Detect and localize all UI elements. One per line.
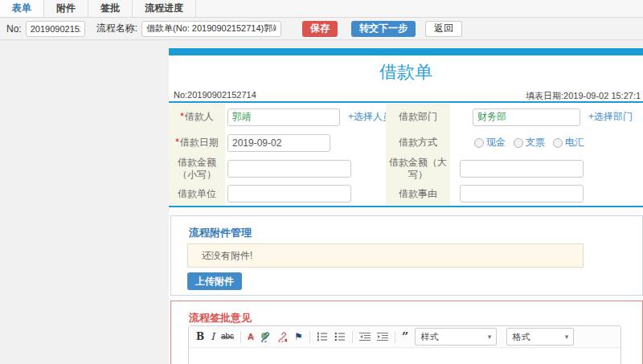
panel-top-accent-bar — [169, 48, 643, 55]
anchor-flag-icon[interactable]: ⚑ — [294, 332, 303, 342]
radio-label-cheque: 支票 — [526, 136, 545, 149]
tab-signoff[interactable]: 签批 — [88, 0, 133, 17]
amount-lower-label-cell: 借款金额（小写） — [169, 155, 225, 182]
select-department-link[interactable]: +选择部门 — [588, 110, 633, 124]
save-button[interactable]: 保存 — [302, 21, 338, 37]
divider-bottom — [169, 206, 643, 207]
unit-label-cell: 借款单位 — [169, 182, 225, 206]
loan-form-panel: 借款单 No:20190902152714 填表日期:2019-09-02 15… — [169, 48, 643, 364]
radio-icon[interactable] — [514, 138, 523, 148]
format-dropdown-label: 格式 — [512, 331, 530, 343]
approval-comments-section: 流程签批意见 B I abc A — [170, 301, 643, 364]
amount-lower-input[interactable] — [227, 160, 351, 178]
radio-icon[interactable] — [553, 138, 563, 148]
method-label-cell: 借款方式 — [386, 130, 450, 155]
radio-label-wire: 电汇 — [565, 136, 584, 149]
unit-field-cell — [225, 182, 386, 206]
tab-attachments[interactable]: 附件 — [44, 0, 88, 17]
method-label: 借款方式 — [399, 137, 437, 149]
format-dropdown[interactable]: 格式 ▾ — [506, 328, 574, 346]
bold-icon[interactable]: B — [196, 332, 204, 342]
borrower-label-cell: *借款人 — [169, 104, 225, 130]
form-number-text: No:20190902152714 — [174, 90, 256, 100]
link-icon[interactable] — [260, 332, 271, 342]
payment-method-radio-group: 现金 支票 电汇 — [474, 136, 584, 149]
tab-process-progress[interactable]: 流程进度 — [133, 0, 196, 17]
form-title: 借款单 — [169, 60, 643, 84]
radio-label-cash: 现金 — [486, 136, 506, 149]
borrow-date-field-cell — [225, 130, 386, 155]
department-field-cell: +选择部门 — [450, 104, 643, 130]
rich-text-editor: B I abc A ⚑ — [188, 325, 621, 364]
toolbar-separator — [395, 331, 395, 343]
borrow-date-label: 借款日期 — [180, 137, 219, 148]
divider-top — [169, 101, 643, 103]
radio-icon[interactable] — [474, 138, 484, 148]
attachments-title: 流程附件管理 — [189, 226, 252, 240]
no-input[interactable] — [26, 21, 85, 37]
styles-dropdown-label: 样式 — [420, 331, 438, 343]
radio-option-cheque[interactable]: 支票 — [514, 136, 545, 149]
indent-icon[interactable] — [377, 332, 388, 342]
unlink-icon[interactable] — [277, 332, 288, 342]
bulleted-list-icon[interactable] — [334, 332, 346, 342]
toolbar-separator — [352, 331, 353, 343]
loan-form-grid: *借款人 +选择人员 借款部门 +选择部门 *借款日期 借款方式 现金 — [169, 104, 643, 206]
borrower-label: 借款人 — [185, 111, 214, 122]
blockquote-icon[interactable]: ” — [402, 331, 409, 343]
radio-option-cash[interactable]: 现金 — [474, 136, 506, 149]
borrower-input[interactable] — [227, 108, 340, 126]
amount-upper-field-cell — [450, 155, 643, 182]
attachments-section: 流程附件管理 还没有附件! 上传附件 — [170, 215, 643, 296]
borrower-field-cell: +选择人员 — [225, 104, 386, 130]
radio-option-wire[interactable]: 电汇 — [553, 136, 584, 149]
tab-form[interactable]: 表单 — [0, 0, 44, 17]
no-label: No: — [6, 23, 22, 35]
tab-bar: 表单 附件 签批 流程进度 — [0, 0, 643, 18]
amount-upper-label: 借款金额（大写） — [389, 157, 447, 181]
borrow-date-input[interactable] — [227, 134, 330, 152]
toolbar-separator — [240, 331, 241, 343]
no-attachments-message: 还没有附件! — [187, 243, 584, 268]
chevron-down-icon: ▾ — [565, 333, 569, 341]
styles-dropdown[interactable]: 样式 ▾ — [415, 328, 497, 346]
remove-format-icon[interactable]: A — [248, 333, 254, 342]
reason-input[interactable] — [460, 185, 584, 202]
department-label-cell: 借款部门 — [386, 104, 450, 130]
amount-upper-label-cell: 借款金额（大写） — [386, 155, 450, 182]
reason-label-cell: 借款事由 — [386, 182, 450, 206]
unit-input[interactable] — [227, 185, 351, 202]
method-field-cell: 现金 支票 电汇 — [450, 130, 643, 155]
form-fill-date-text: 填表日期:2019-09-02 15:27:1 — [526, 90, 641, 102]
upload-attachment-button[interactable]: 上传附件 — [187, 272, 242, 290]
process-name-label: 流程名称: — [96, 22, 137, 35]
reason-label: 借款事由 — [399, 188, 437, 200]
amount-lower-label: 借款金额（小写） — [172, 157, 222, 181]
back-button[interactable]: 返回 — [425, 21, 462, 37]
approval-comments-title: 流程签批意见 — [189, 311, 252, 325]
required-mark: * — [180, 111, 184, 122]
amount-upper-input[interactable] — [460, 160, 584, 178]
forward-next-step-button[interactable]: 转交下一步 — [351, 21, 416, 37]
chevron-down-icon: ▾ — [488, 333, 492, 341]
editor-content-area[interactable] — [189, 348, 620, 364]
required-mark: * — [175, 137, 179, 148]
page: { "tabs": [ {"label": "表单", "active": tr… — [0, 0, 643, 364]
italic-icon[interactable]: I — [211, 332, 215, 342]
reason-field-cell — [450, 182, 643, 206]
department-input[interactable] — [473, 108, 580, 126]
toolbar-separator — [309, 331, 310, 343]
editor-toolbar: B I abc A ⚑ — [189, 326, 620, 348]
strikethrough-icon[interactable]: abc — [221, 333, 234, 341]
unit-label: 借款单位 — [178, 188, 216, 200]
process-name-input[interactable] — [141, 21, 281, 37]
numbered-list-icon[interactable] — [317, 332, 328, 342]
department-label: 借款部门 — [399, 111, 437, 123]
outdent-icon[interactable] — [359, 332, 371, 342]
borrow-date-label-cell: *借款日期 — [169, 130, 225, 155]
amount-lower-field-cell — [225, 155, 386, 182]
action-toolbar: No: 流程名称: 保存 转交下一步 返回 — [0, 18, 643, 40]
